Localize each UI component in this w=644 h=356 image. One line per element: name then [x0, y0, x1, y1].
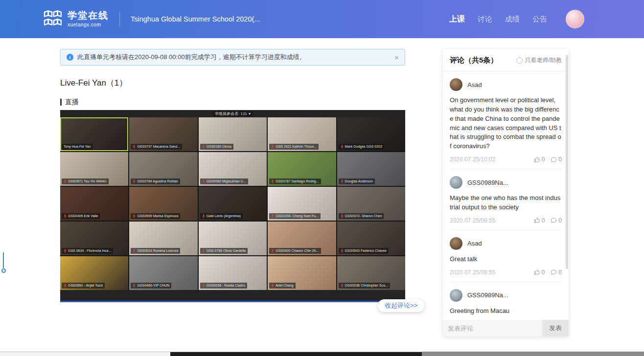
thumbs-up-icon: [534, 269, 540, 275]
muted-mic-icon: [271, 145, 274, 149]
comment-text: Maybe the one who has the most industria…: [450, 194, 562, 212]
edge-scroll-indicator[interactable]: [1, 252, 6, 273]
participant-name-label: GSS 0756 Olivia Gardella: [200, 248, 248, 254]
participant-tile: GSS 0634 - Florencia Inca...: [60, 222, 128, 255]
participant-name-label: GSS0060 Migtsukhan U...: [200, 178, 248, 184]
muted-mic-icon: [271, 179, 274, 184]
edge-indicator-line: [3, 252, 4, 268]
participant-tile: GSS0400 Chavez Chin Zh...: [268, 222, 336, 255]
participant-tile: Ariel Chang: [268, 256, 336, 290]
edge-indicator-ring: [1, 268, 6, 273]
muted-mic-icon: [133, 214, 136, 219]
nav-item-announcements[interactable]: 公告: [532, 15, 547, 24]
participant-tile: Gabi Lenis (Argentina): [199, 187, 267, 221]
live-video-player[interactable]: 非视频参会者: 131 ▾ Tony Hua-Fei Yan GSS0797 M…: [60, 110, 405, 302]
participant-name-label: GSS0784 Agustina Roldan: [131, 178, 180, 184]
participant-tile: GSS0160 Gloria: [199, 117, 267, 151]
muted-mic-icon: [64, 284, 67, 288]
submit-comment-button[interactable]: 发表: [542, 320, 569, 336]
top-navbar: 学堂在线 xuetangx.com Tsinghua Global Summer…: [0, 0, 644, 38]
comment-timestamp: 2020.07.25/10:02: [450, 156, 495, 163]
participant-name-label: GSS0405 Erik Valle: [62, 213, 100, 219]
comment-text: Greeting from Macau: [450, 307, 562, 316]
reply-button[interactable]: 0: [551, 156, 562, 163]
participant-tile: GSS0405 Erik Valle: [60, 187, 128, 221]
comment-item: GSS0989Na... Maybe the one who has the m…: [450, 169, 562, 230]
participant-name-label: GSS0524 Romina Lorenza: [131, 248, 180, 254]
brand-title: 学堂在线: [68, 11, 109, 21]
comment-item: Asad On government level or political le…: [450, 71, 562, 169]
player-progress-bar[interactable]: [60, 301, 405, 302]
comments-list[interactable]: Asad On government level or political le…: [443, 71, 569, 320]
muted-mic-icon: [202, 284, 205, 288]
commenter-name: GSS0989Na...: [467, 291, 508, 299]
muted-mic-icon: [202, 179, 205, 184]
muted-mic-icon: [341, 249, 344, 253]
participant-tile: GSS 2421 Kathrin Thoun...: [268, 117, 336, 151]
navbar-menu: 上课 讨论 成绩 公告: [449, 10, 644, 28]
participant-name-label: GSS0787 Santiago Rodrig...: [269, 178, 321, 184]
reply-button[interactable]: 0: [551, 269, 562, 276]
nav-item-class[interactable]: 上课: [449, 14, 465, 24]
comment-compose-bar: 发表: [443, 320, 569, 336]
participant-name-label: GSS0850 - Anjali Tozzi: [62, 283, 105, 289]
participant-tile: GSS0797 Macarena Sand...: [129, 117, 197, 151]
participant-tile: GSS0850 - Anjali Tozzi: [60, 256, 128, 290]
muted-mic-icon: [64, 179, 67, 184]
muted-mic-icon: [133, 145, 136, 149]
comment-input[interactable]: [443, 320, 542, 336]
comments-scrollbar-thumb[interactable]: [566, 55, 568, 269]
participant-name-label: GSS0400 Chavez Chin Zh...: [269, 248, 321, 254]
participant-tile: GSS0784 Agustina Roldan: [129, 152, 197, 186]
comment-item: GSS0989Na... Greeting from Macau: [450, 282, 562, 320]
muted-mic-icon: [64, 214, 67, 219]
non-video-participants-chip[interactable]: 非视频参会者: 131 ▾: [212, 111, 253, 116]
participant-name-label: Gabi Lenis (Argentina): [200, 213, 243, 219]
bottom-window-edge: [0, 352, 644, 356]
muted-mic-icon: [202, 214, 205, 219]
user-avatar[interactable]: [566, 10, 584, 28]
participant-name-label: GSS 0634 - Florencia Inca...: [62, 248, 113, 254]
like-button[interactable]: 0: [534, 269, 545, 276]
comments-panel: 评论（共5条） 只看老师/助教 Asad On government level…: [443, 49, 569, 336]
commenter-name: GSS0989Na...: [467, 179, 508, 186]
nav-item-discussion[interactable]: 讨论: [478, 15, 492, 24]
participant-name-label: GSS0460-YIP CHUN: [131, 283, 171, 289]
chevron-down-icon: ▾: [249, 111, 251, 116]
participant-tile: GSS0524 Romina Lorenza: [129, 222, 197, 255]
participant-tile: GSS0038 Christopher Sco...: [337, 256, 405, 290]
participant-tile: GSS0543 Federico Chaves: [337, 222, 405, 255]
course-title: Tsinghua Global Summer School 2020(...: [131, 15, 260, 23]
like-button[interactable]: 0: [534, 156, 545, 163]
deadline-notice-text: 此直播单元考核请在2020-09-08 00:00前完成学习，逾期不计算学习进度…: [77, 53, 306, 62]
muted-mic-icon: [64, 249, 67, 253]
teacher-only-radio[interactable]: [516, 57, 523, 64]
comment-item: Asad Great talk 2020.07.25/09:55 0 0: [450, 230, 562, 282]
participant-tile: Tony Hua-Fei Yan: [60, 117, 128, 151]
close-icon[interactable]: ×: [394, 54, 399, 61]
participant-name-label: Douglas Anderson: [339, 178, 375, 184]
muted-mic-icon: [271, 284, 274, 288]
teacher-only-filter[interactable]: 只看老师/助教: [516, 56, 562, 65]
comments-header: 评论（共5条） 只看老师/助教: [443, 49, 569, 71]
participant-name-label: GSS0543 Federico Chaves: [339, 248, 389, 254]
reply-bubble-icon: [551, 156, 557, 163]
thumbs-up-icon: [534, 156, 540, 163]
brand-logo[interactable]: 学堂在线 xuetangx.com: [43, 10, 109, 28]
player-top-bar: 非视频参会者: 131 ▾: [60, 110, 405, 117]
muted-mic-icon: [133, 284, 136, 288]
reply-button[interactable]: 0: [551, 217, 562, 224]
xuetangx-books-icon: [43, 10, 62, 28]
participant-tile: GSS 0756 Olivia Gardella: [199, 222, 267, 255]
participant-tile: Mark Godges GSS 0202: [337, 117, 405, 151]
like-button[interactable]: 0: [534, 217, 545, 224]
muted-mic-icon: [133, 249, 136, 253]
participant-name-label: GSS0797 Macarena Sand...: [131, 144, 182, 150]
muted-mic-icon: [271, 249, 274, 253]
muted-mic-icon: [341, 284, 344, 288]
participant-name-label: GSS0372- Sharon Chen: [339, 213, 384, 219]
live-section-label: 直播: [60, 98, 79, 107]
nav-item-grades[interactable]: 成绩: [505, 15, 520, 24]
collapse-comments-button[interactable]: 收起评论>>: [378, 299, 424, 312]
commenter-name: Asad: [467, 240, 482, 247]
